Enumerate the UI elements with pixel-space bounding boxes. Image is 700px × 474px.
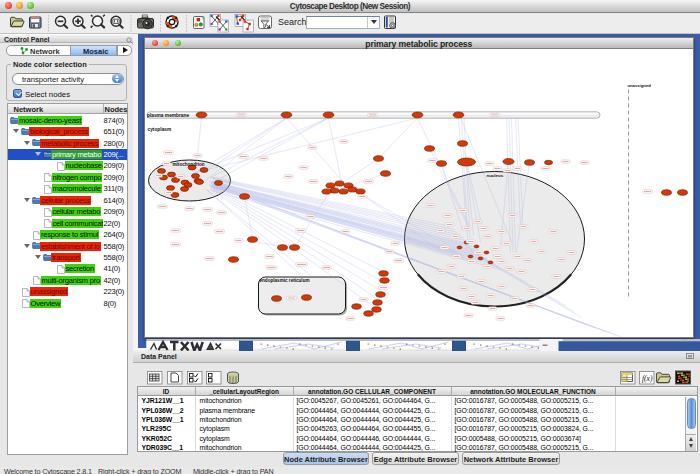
svg-text:cytoplasm: cytoplasm xyxy=(147,127,171,132)
svg-text:f(x): f(x) xyxy=(642,373,653,382)
svg-text:mitochondrion: mitochondrion xyxy=(172,161,204,166)
svg-text:endoplasmic reticulum: endoplasmic reticulum xyxy=(259,278,309,283)
svg-text:unassigned: unassigned xyxy=(627,83,651,88)
svg-text:plasma membrane: plasma membrane xyxy=(147,113,189,118)
svg-text:nucleus: nucleus xyxy=(486,173,503,178)
